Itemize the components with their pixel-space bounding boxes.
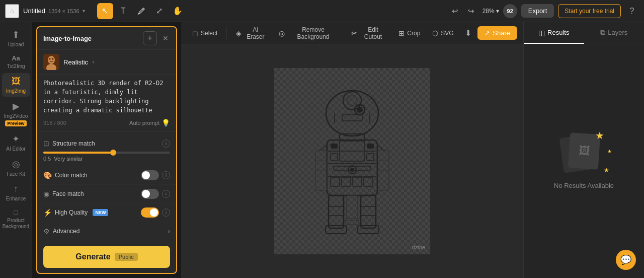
structure-match-info-button[interactable]: i (162, 140, 170, 148)
toolbar-edit-cutout-button[interactable]: ✂ Edit Cutout (346, 24, 392, 43)
star-side-icon: ★ (607, 149, 612, 154)
auto-prompt-button[interactable]: Auto prompt 💡 (129, 119, 170, 127)
advanced-left: ⚙ Advanced (43, 227, 79, 235)
face-kit-icon: ◎ (12, 159, 20, 170)
color-match-info-button[interactable]: i (162, 171, 170, 179)
home-icon: ⌂ (10, 7, 14, 15)
high-quality-toggle[interactable] (141, 207, 159, 218)
add-style-button[interactable]: + (143, 31, 157, 45)
style-avatar (43, 54, 59, 70)
sidebar-item-ai-editor[interactable]: ✦ AI Editor (2, 130, 30, 155)
tab-layers[interactable]: ⧉ Layers (584, 22, 645, 44)
sidebar-item-img2video[interactable]: ▶ Img2Video Preview (2, 98, 30, 129)
pen-tool-button[interactable] (133, 3, 149, 19)
chat-bubble-button[interactable]: 💬 (616, 250, 636, 270)
img2video-icon: ▶ (13, 101, 20, 112)
face-match-controls: i (141, 189, 170, 199)
undo-button[interactable]: ↩ (448, 4, 462, 18)
topbar-right: ↩ ↪ 28% ▾ 92 Export Start your free tria… (448, 4, 639, 18)
trial-button[interactable]: Start your free trial (558, 4, 621, 18)
color-match-title: Color match (55, 172, 88, 179)
svg-point-4 (52, 58, 54, 60)
zoom-level: 28% (482, 8, 495, 15)
style-arrow-icon: › (92, 58, 94, 65)
face-match-toggle[interactable] (141, 189, 159, 199)
svg-rect-39 (346, 219, 359, 225)
sidebar-item-product-bg[interactable]: □ Product Background (2, 205, 30, 233)
results-tab-icon: ◫ (538, 29, 545, 37)
select-tool-button[interactable]: ↖ (97, 3, 113, 19)
toolbar-download-button[interactable]: ⬇ (461, 25, 476, 41)
svg-rect-22 (367, 154, 374, 161)
structure-match-value: 0.5 (43, 156, 51, 162)
hand-tool-button[interactable]: ✋ (170, 3, 186, 19)
img2img-panel: Image-to-Image + ✕ Re (36, 26, 177, 274)
svg-point-3 (49, 58, 51, 60)
toolbar-ai-eraser-icon: ◈ (236, 29, 242, 37)
sidebar-item-face-kit[interactable]: ◎ Face Kit (2, 156, 30, 180)
toolbar-share-button[interactable]: ↗ Share (477, 26, 517, 40)
share-label: Share (493, 29, 510, 37)
high-quality-new-badge: NEW (93, 209, 108, 216)
card-front-icon: 🖼 (578, 144, 590, 158)
toolbar-edit-cutout-label: Edit Cutout (360, 26, 387, 40)
toolbar-remove-bg-label: Remove Background (287, 26, 339, 40)
face-match-title: Face match (52, 190, 84, 197)
sidebar-item-img2img[interactable]: 🖼 Img2Img (2, 73, 30, 97)
document-chevron-icon[interactable]: ▾ (83, 8, 85, 14)
style-selector[interactable]: Realistic › (43, 54, 94, 70)
tab-results[interactable]: ◫ Results (524, 22, 584, 44)
share-icon: ↗ (485, 29, 490, 37)
toolbar-svg-button[interactable]: ⬡ SVG (427, 27, 458, 40)
structure-match-track[interactable] (43, 152, 170, 154)
color-match-section: 🎨 Color match i (37, 166, 176, 185)
structure-match-thumb[interactable] (110, 150, 116, 156)
expand-tool-button[interactable]: ⤢ (151, 3, 168, 19)
prompt-input[interactable]: Photorealistic 3D render of R2-D2 in a f… (43, 79, 170, 115)
no-results-visual: 🖼 🖼 ★ ★ ★ (559, 133, 609, 174)
undo-redo-group: ↩ ↪ (448, 4, 478, 18)
sidebar-item-txt2img[interactable]: Aa Txt2Img (2, 51, 30, 72)
high-quality-info-button[interactable]: i (162, 208, 170, 217)
text-tool-button[interactable]: T (115, 3, 131, 19)
quality-score-badge: 92 (503, 4, 517, 18)
export-button[interactable]: Export (521, 4, 554, 18)
layers-tab-icon: ⧉ (600, 28, 605, 37)
high-quality-controls: i (141, 207, 170, 218)
face-match-title-row: ◉ Face match (43, 190, 84, 198)
star-bottom-right-icon: ★ (604, 167, 609, 174)
structure-match-title-row: ⊡ Structure match (43, 140, 95, 148)
advanced-title: Advanced (53, 228, 79, 235)
generate-button[interactable]: Generate Public (43, 246, 170, 268)
toolbar-remove-bg-button[interactable]: ◎ Remove Background (274, 24, 344, 43)
redo-button[interactable]: ↪ (464, 4, 478, 18)
toolbar-ai-eraser-button[interactable]: ◈ AI Eraser (231, 24, 272, 43)
advanced-row[interactable]: ⚙ Advanced › (37, 222, 176, 240)
upload-icon: ⬆ (12, 29, 20, 40)
sidebar-item-enhance[interactable]: ↑ Enhance (2, 181, 30, 204)
sidebar-item-upload[interactable]: ⬆ Upload (2, 26, 30, 50)
structure-match-label: 0.5 Very similar (43, 156, 170, 162)
home-button[interactable]: ⌂ (5, 4, 19, 18)
color-match-toggle[interactable] (141, 170, 159, 180)
svg-rect-30 (329, 195, 344, 228)
style-selector-row: Realistic › (37, 50, 176, 75)
toolbar-crop-button[interactable]: ⊞ Crop (393, 27, 425, 40)
sidebar-label-enhance: Enhance (6, 196, 26, 201)
ai-editor-icon: ✦ (12, 133, 20, 145)
canvas-area: ◻ Select ◈ AI Eraser ◎ Remove Background… (181, 22, 523, 278)
zoom-control[interactable]: 28% ▾ (482, 8, 499, 15)
toolbar-select-button[interactable]: ◻ Select (187, 27, 222, 40)
svg-point-9 (357, 107, 363, 113)
panel-close-button[interactable]: ✕ (161, 34, 170, 43)
face-match-info-button[interactable]: i (162, 190, 170, 198)
help-button[interactable]: ? (625, 4, 639, 18)
zoom-chevron-icon: ▾ (496, 8, 499, 15)
color-match-controls: i (141, 170, 170, 180)
prompt-area: Photorealistic 3D render of R2-D2 in a f… (37, 75, 176, 131)
results-tab-label: Results (547, 29, 569, 36)
structure-match-icon: ⊡ (43, 140, 49, 148)
high-quality-icon: ⚡ (43, 208, 52, 217)
svg-point-1 (48, 56, 55, 64)
tool-group: ↖ T ⤢ ✋ (97, 3, 186, 19)
